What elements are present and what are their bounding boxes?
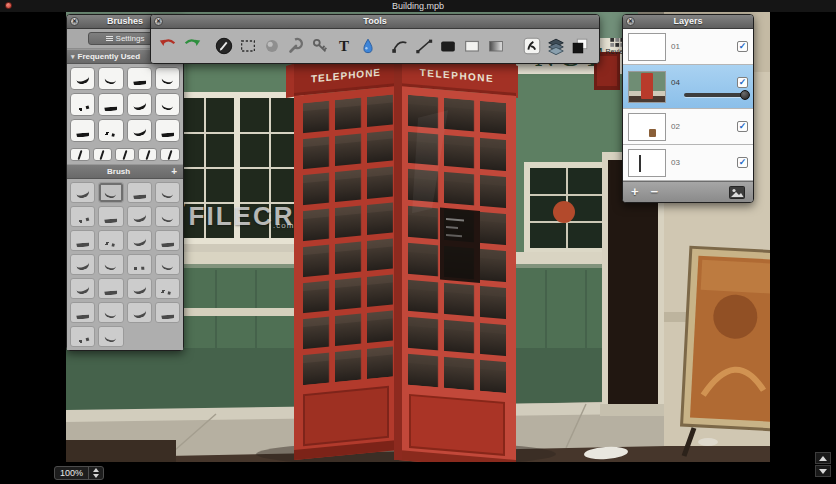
outline-shape-tool-button[interactable]	[461, 34, 483, 58]
gradient-shape-tool-button[interactable]	[485, 34, 507, 58]
scroll-controls	[815, 452, 831, 477]
brush-thumbnail[interactable]	[98, 67, 123, 90]
brush-thumbnail[interactable]	[127, 230, 152, 251]
line-icon	[414, 36, 434, 56]
brush-thumbnail[interactable]	[155, 230, 180, 251]
brush-thumbnail[interactable]	[155, 254, 180, 275]
water-drop-icon	[358, 36, 378, 56]
brush-thumbnail[interactable]	[98, 93, 123, 116]
brush-thumbnail[interactable]	[155, 67, 180, 90]
marquee-tool-button[interactable]	[237, 34, 259, 58]
redo-button[interactable]	[181, 34, 203, 58]
tools-panel-titlebar[interactable]: Tools	[151, 15, 599, 29]
layer-row-04-selected[interactable]: 04	[623, 65, 753, 109]
brush-thumbnail[interactable]	[155, 302, 180, 323]
brush-thumbnail[interactable]	[70, 148, 90, 161]
close-tools-button[interactable]	[154, 17, 163, 26]
layer-visibility-checkbox[interactable]	[737, 77, 748, 88]
layer-visibility-checkbox[interactable]	[737, 121, 748, 132]
brush-thumbnail[interactable]	[70, 302, 95, 323]
add-layer-button[interactable]: +	[631, 183, 639, 201]
layer-row-03[interactable]: 03	[623, 145, 753, 181]
brush-thumbnail[interactable]	[127, 302, 152, 323]
brush-thumbnail[interactable]	[155, 206, 180, 227]
brush-thumbnail[interactable]	[98, 230, 123, 251]
brush-thumbnail[interactable]	[98, 206, 123, 227]
zoom-control[interactable]: 100%	[54, 466, 104, 480]
brush-thumbnail[interactable]	[127, 182, 152, 203]
close-brushes-button[interactable]	[70, 17, 79, 26]
brush-thumbnail[interactable]	[98, 326, 123, 347]
brush-thumbnail[interactable]	[98, 254, 123, 275]
scroll-up-button[interactable]	[815, 452, 831, 464]
close-layers-button[interactable]	[626, 17, 635, 26]
brush-thumbnail[interactable]	[127, 119, 152, 142]
brush-thumbnail[interactable]	[70, 67, 95, 90]
key-tool-button[interactable]	[309, 34, 331, 58]
marquee-icon	[238, 36, 258, 56]
slider-knob[interactable]	[740, 90, 750, 100]
brush-thumbnail[interactable]	[98, 182, 123, 203]
collapse-icon[interactable]: ▾	[71, 50, 75, 63]
layers-panel-titlebar[interactable]: Layers	[623, 15, 753, 29]
brush-thumbnail[interactable]	[70, 254, 95, 275]
text-tool-icon: T	[339, 36, 349, 56]
brush-tool-icon	[214, 36, 234, 56]
brush-thumbnail[interactable]	[70, 326, 95, 347]
layers-stack-icon	[546, 36, 566, 56]
water-drop-tool-button[interactable]	[357, 34, 379, 58]
brush-thumbnail[interactable]	[127, 206, 152, 227]
smudge-tool-button[interactable]	[261, 34, 283, 58]
brush-thumbnail[interactable]	[70, 119, 95, 142]
brush-thumbnail[interactable]	[70, 182, 95, 203]
zoom-decrease-button[interactable]	[93, 474, 99, 478]
brush-thumbnail[interactable]	[70, 230, 95, 251]
brush-thumbnail[interactable]	[98, 302, 123, 323]
brush-thumbnail[interactable]	[70, 206, 95, 227]
brush-thumbnail[interactable]	[70, 278, 95, 299]
scroll-down-button[interactable]	[815, 465, 831, 477]
brush-thumbnail[interactable]	[155, 93, 180, 116]
color-swatch-button[interactable]	[569, 34, 591, 58]
window-titlebar[interactable]: Building.mpb	[0, 0, 836, 12]
layer-visibility-checkbox[interactable]	[737, 41, 748, 52]
text-tool-button[interactable]: T	[333, 34, 355, 58]
brush-thumbnail[interactable]	[98, 278, 123, 299]
brush-thumbnail[interactable]	[127, 67, 152, 90]
filled-shape-tool-button[interactable]	[437, 34, 459, 58]
add-brush-button[interactable]: +	[169, 165, 179, 178]
brush-thumbnail[interactable]	[155, 182, 180, 203]
brush-thumbnail[interactable]	[160, 148, 180, 161]
brush-thumbnail[interactable]	[138, 148, 158, 161]
layers-footer: + −	[623, 181, 753, 202]
brush-thumbnail[interactable]	[155, 119, 180, 142]
wrench-tool-button[interactable]	[285, 34, 307, 58]
brush-thumbnail[interactable]	[93, 148, 113, 161]
brush-thumbnail[interactable]	[155, 278, 180, 299]
brushes-panel: Brushes Settings ▾ Frequently Used Brush…	[66, 14, 184, 351]
layer-row-01[interactable]: 01	[623, 29, 753, 65]
zoom-increase-button[interactable]	[93, 468, 99, 472]
brush-thumbnail[interactable]	[127, 93, 152, 116]
image-icon	[729, 186, 745, 199]
line-tool-button[interactable]	[413, 34, 435, 58]
layer-visibility-checkbox[interactable]	[737, 157, 748, 168]
undo-button[interactable]	[157, 34, 179, 58]
brush-thumbnail[interactable]	[127, 254, 152, 275]
layer-row-02[interactable]: 02	[623, 109, 753, 145]
tools-panel: Tools	[150, 14, 600, 64]
brush-section-header[interactable]: Brush +	[67, 164, 183, 179]
layer-thumbnail	[628, 33, 666, 61]
brush-thumbnail[interactable]	[98, 119, 123, 142]
brush-thumbnail[interactable]	[127, 278, 152, 299]
curve-tool-button[interactable]	[389, 34, 411, 58]
layer-opacity-slider[interactable]	[684, 93, 748, 97]
brush-tool-button[interactable]	[213, 34, 235, 58]
remove-layer-button[interactable]: −	[651, 183, 659, 201]
window-title: Building.mpb	[0, 0, 836, 12]
layers-stack-button[interactable]	[545, 34, 567, 58]
brush-thumbnail[interactable]	[115, 148, 135, 161]
brush-thumbnail[interactable]	[70, 93, 95, 116]
figure-tool-button[interactable]	[521, 34, 543, 58]
import-image-button[interactable]	[729, 186, 745, 199]
